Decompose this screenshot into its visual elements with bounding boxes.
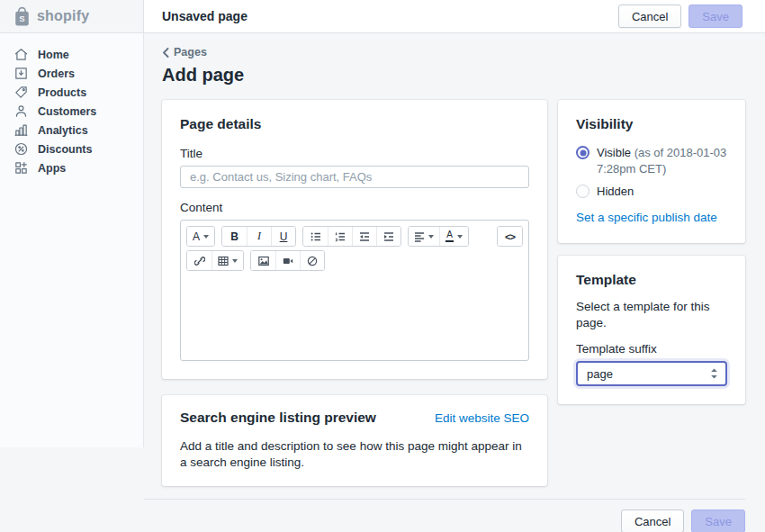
products-icon (14, 85, 29, 100)
sidebar-item-label: Orders (38, 68, 75, 80)
sidebar-item-analytics[interactable]: Analytics (0, 121, 143, 140)
content-columns: Page details Title Content A (144, 86, 765, 486)
title-label: Title (180, 147, 529, 160)
outdent-button[interactable] (352, 227, 376, 246)
table-dropdown-button[interactable] (212, 251, 243, 270)
template-suffix-select[interactable]: page (576, 361, 727, 386)
text-style-group: B I U (221, 226, 296, 247)
chevron-down-icon (428, 235, 434, 239)
image-icon (258, 256, 269, 266)
seo-heading: Search engine listing preview (180, 410, 376, 426)
radio-unselected-icon[interactable] (576, 185, 590, 198)
sidebar-item-orders[interactable]: Orders (0, 64, 143, 83)
chevron-down-icon (457, 235, 463, 239)
home-icon (14, 47, 29, 62)
sidebar-item-customers[interactable]: Customers (0, 102, 143, 121)
format-group: A (186, 226, 215, 247)
save-button-top[interactable]: Save (688, 5, 742, 28)
shopify-bag-icon: S (13, 6, 32, 27)
numbered-list-icon (335, 231, 346, 242)
breadcrumb-label: Pages (174, 46, 207, 59)
save-button-bottom[interactable]: Save (691, 509, 745, 532)
content-label: Content (180, 201, 529, 214)
underline-button[interactable]: U (271, 227, 295, 246)
right-column: Visibility Visible (as of 2018-01-03 7:2… (558, 100, 745, 404)
content-editable-area[interactable] (186, 275, 523, 365)
clear-formatting-icon (307, 256, 318, 266)
alignment-dropdown-button[interactable] (409, 227, 439, 246)
top-action-buttons: Cancel Save (618, 5, 742, 28)
template-description: Select a template for this page. (576, 299, 727, 331)
sidebar-item-apps[interactable]: Apps (0, 158, 143, 177)
shopify-logo[interactable]: S shopify (0, 0, 144, 32)
sidebar-item-label: Home (38, 49, 69, 61)
align-color-group: A (408, 226, 469, 247)
visibility-heading: Visibility (576, 116, 727, 132)
seo-description: Add a title and description to see how t… (180, 438, 529, 471)
visible-radio-label: Visible (as of 2018-01-03 7:28pm CET) (597, 145, 727, 176)
table-icon (218, 256, 229, 266)
outdent-icon (359, 231, 370, 242)
video-icon (283, 256, 293, 266)
select-value: page (587, 367, 613, 381)
sidebar-item-discounts[interactable]: Discounts (0, 140, 143, 158)
apps-icon (14, 160, 29, 176)
discounts-icon (14, 141, 29, 157)
sidebar-item-label: Products (38, 86, 86, 99)
numbered-list-button[interactable] (328, 227, 352, 246)
analytics-icon (14, 122, 29, 138)
formatting-label: A (193, 230, 200, 243)
bold-button[interactable]: B (222, 227, 247, 246)
sidebar-item-label: Analytics (38, 124, 88, 137)
page-title: Add page (162, 65, 765, 86)
title-input[interactable] (180, 166, 529, 188)
sidebar-nav: Home Orders Products Customers Analytics… (0, 33, 144, 447)
cancel-button-bottom[interactable]: Cancel (621, 509, 684, 532)
sidebar-item-label: Customers (38, 105, 96, 118)
insert-video-button[interactable] (275, 251, 300, 270)
sidebar-item-home[interactable]: Home (0, 45, 143, 64)
hidden-radio-option[interactable]: Hidden (576, 184, 727, 200)
editor-toolbar-row-1: A B I U (186, 226, 523, 247)
svg-text:S: S (19, 13, 24, 23)
text-color-dropdown-button[interactable]: A (439, 227, 468, 246)
logo-wordmark: shopify (37, 8, 89, 24)
code-group: <> (497, 226, 523, 247)
page-details-card: Page details Title Content A (162, 100, 547, 379)
edit-website-seo-link[interactable]: Edit website SEO (435, 411, 529, 425)
left-column: Page details Title Content A (162, 100, 547, 486)
list-indent-group (302, 226, 401, 247)
customers-icon (14, 104, 29, 119)
media-group (250, 250, 325, 271)
clear-formatting-button[interactable] (300, 251, 324, 270)
show-html-button[interactable]: <> (498, 227, 522, 246)
breadcrumb[interactable]: Pages (162, 46, 207, 59)
template-suffix-label: Template suffix (576, 342, 727, 356)
set-publish-date-link[interactable]: Set a specific publish date (576, 211, 717, 224)
seo-card: Search engine listing preview Edit websi… (162, 395, 547, 486)
orders-icon (14, 66, 29, 81)
hidden-radio-label: Hidden (597, 184, 634, 200)
main-content: Pages Add page Page details Title Conten… (144, 33, 765, 532)
cancel-button-top[interactable]: Cancel (618, 5, 681, 28)
insert-image-button[interactable] (251, 251, 275, 270)
italic-button[interactable]: I (247, 227, 271, 246)
insert-link-button[interactable] (187, 251, 212, 270)
back-chevron-icon (162, 48, 169, 58)
unsaved-page-title: Unsaved page (162, 9, 248, 23)
template-card: Template Select a template for this page… (558, 256, 745, 404)
sidebar-item-products[interactable]: Products (0, 83, 143, 102)
bulleted-list-button[interactable] (303, 227, 328, 246)
bulleted-list-icon (310, 231, 321, 242)
formatting-dropdown-button[interactable]: A (187, 227, 214, 246)
visibility-card: Visibility Visible (as of 2018-01-03 7:2… (558, 100, 745, 243)
sidebar-item-label: Apps (38, 162, 66, 175)
radio-selected-icon[interactable] (576, 146, 590, 159)
visible-radio-option[interactable]: Visible (as of 2018-01-03 7:28pm CET) (576, 145, 727, 176)
indent-button[interactable] (376, 227, 400, 246)
sidebar-item-label: Discounts (38, 143, 92, 156)
chevron-down-icon (203, 235, 209, 239)
rich-text-editor: A B I U (180, 220, 529, 361)
page-details-heading: Page details (180, 116, 529, 132)
align-left-icon (414, 231, 425, 242)
